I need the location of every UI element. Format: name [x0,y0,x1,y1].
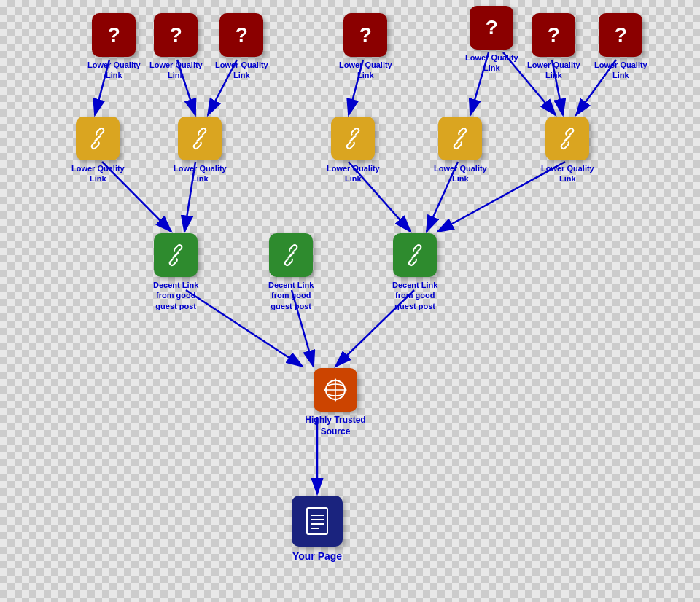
svg-line-19 [197,136,203,141]
svg-line-23 [173,252,179,258]
decent-3-label: Decent Linkfrom goodguest post [392,280,438,311]
decent-1-label: Decent Linkfrom goodguest post [153,280,198,311]
chain-icon-1 [76,117,120,160]
lq-top-1: ? Lower QualityLink [88,13,141,81]
svg-line-24 [288,252,294,258]
lq-top-5-label: Lower QualityLink [465,52,518,74]
chain-icon-4 [438,117,482,160]
question-icon-7: ? [599,13,642,57]
page-icon [292,496,343,547]
lq-mid-5: Lower QualityLink [541,117,594,184]
lq-top-1-label: Lower QualityLink [88,60,141,81]
question-icon-5: ? [470,6,513,50]
question-icon-2: ? [154,13,198,57]
lq-mid-4: Lower QualityLink [434,117,487,184]
question-icon-6: ? [532,13,575,57]
svg-line-18 [95,136,101,141]
lq-top-4: ? Lower QualityLink [339,13,392,81]
lq-top-3-label: Lower QualityLink [215,60,268,81]
decent-chain-icon-1 [154,233,198,277]
your-page: Your Page [292,496,343,563]
arrows-overlay [0,0,700,602]
globe-icon [314,368,357,412]
decent-3: Decent Linkfrom goodguest post [392,233,438,311]
lq-top-5: ? Lower QualityLink [465,6,518,74]
lq-mid-2: Lower QualityLink [174,117,227,184]
lq-top-4-label: Lower QualityLink [339,60,392,81]
lq-mid-2-label: Lower QualityLink [174,163,227,184]
decent-chain-icon-3 [393,233,437,277]
svg-line-22 [564,136,570,141]
chain-icon-5 [545,117,589,160]
lq-mid-5-label: Lower QualityLink [541,163,594,184]
lq-mid-4-label: Lower QualityLink [434,163,487,184]
svg-rect-29 [307,508,327,534]
question-icon-3: ? [219,13,263,57]
decent-chain-icon-2 [269,233,313,277]
lq-mid-1: Lower QualityLink [71,117,125,184]
trusted-source-label: Highly Trusted Source [292,415,379,437]
lq-top-6-label: Lower QualityLink [527,60,580,81]
lq-top-2: ? Lower QualityLink [149,13,203,81]
lq-mid-3-label: Lower QualityLink [327,163,380,184]
lq-top-3: ? Lower QualityLink [215,13,268,81]
link-pyramid-diagram: ? Lower QualityLink ? Lower QualityLink … [0,0,700,602]
question-icon-1: ? [92,13,136,57]
lq-mid-1-label: Lower QualityLink [71,163,125,184]
decent-2-label: Decent Linkfrom goodguest post [268,280,314,311]
decent-2: Decent Linkfrom goodguest post [268,233,314,311]
svg-line-25 [412,252,418,258]
decent-1: Decent Linkfrom goodguest post [153,233,198,311]
question-icon-4: ? [343,13,387,57]
lq-top-6: ? Lower QualityLink [527,13,580,81]
chain-icon-2 [178,117,222,160]
lq-top-2-label: Lower QualityLink [149,60,203,81]
chain-icon-3 [331,117,375,160]
lq-mid-3: Lower QualityLink [327,117,380,184]
lq-top-7: ? Lower QualityLink [594,13,648,81]
your-page-label: Your Page [292,550,342,563]
svg-line-20 [350,136,356,141]
svg-line-21 [457,136,463,141]
lq-top-7-label: Lower QualityLink [594,60,648,81]
trusted-source: Highly Trusted Source [292,368,379,437]
